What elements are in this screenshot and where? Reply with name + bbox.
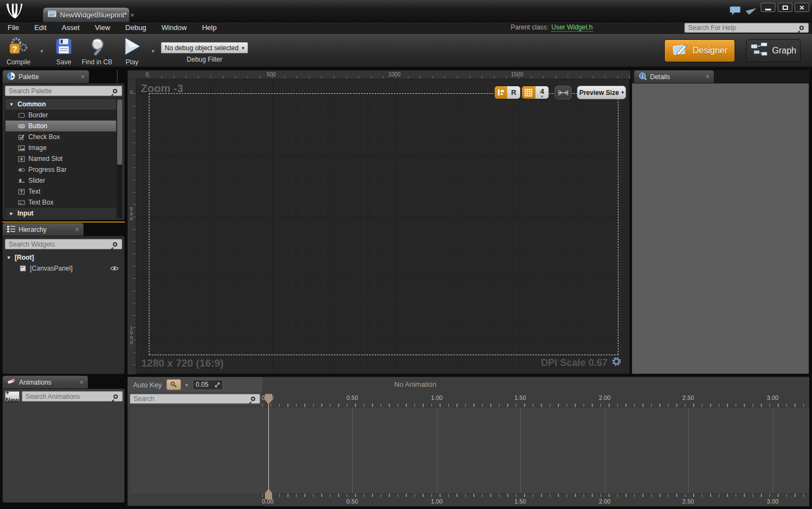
asset-tab[interactable]: NewWidgetBlueprint* × xyxy=(43,7,130,22)
maximize-button[interactable] xyxy=(778,3,792,12)
timeline-search-input[interactable] xyxy=(130,395,251,403)
send-icon[interactable] xyxy=(745,8,757,17)
compile-options-caret-icon[interactable]: ▾ xyxy=(40,48,43,54)
palette-tab[interactable]: Palette × xyxy=(2,70,89,83)
palette-item-border[interactable]: Border xyxy=(5,110,116,121)
new-animation-button[interactable]: + New xyxy=(5,391,20,402)
animations-search-input[interactable] xyxy=(22,393,113,400)
palette-item-text-box[interactable]: Text Box xyxy=(5,197,116,208)
minimize-button[interactable] xyxy=(761,3,775,12)
play-icon xyxy=(122,37,142,57)
designer-viewport[interactable]: 0 500 1000 1500 0 500 1000 Zoom -3 R 4 ▾ xyxy=(127,70,630,374)
menu-item-file[interactable]: File xyxy=(0,23,27,32)
timeline-search xyxy=(130,394,260,404)
key-interval-field[interactable]: 0.05 xyxy=(193,380,223,390)
timeline-track-area[interactable] xyxy=(130,408,809,493)
hierarchy-search xyxy=(5,239,122,249)
palette-item-check-box[interactable]: Check Box xyxy=(5,131,116,142)
details-tab-close-icon[interactable]: × xyxy=(706,73,709,81)
menu-item-view[interactable]: View xyxy=(87,23,118,32)
palette-item-slider[interactable]: Slider xyxy=(5,175,116,186)
palette-item-named-slot[interactable]: Named Slot xyxy=(5,153,116,164)
palette-panel: ▾ Common Border Button Check Box Image xyxy=(2,83,125,220)
key-icon xyxy=(170,381,177,388)
search-icon xyxy=(113,89,117,93)
palette-scrollbar[interactable] xyxy=(117,98,122,218)
compile-icon: ? xyxy=(8,37,29,57)
animations-tab[interactable]: Animations × xyxy=(2,375,88,388)
dpi-scale-label: DPI Scale 0.67 xyxy=(541,357,608,369)
grid-snap-icon[interactable] xyxy=(522,86,536,99)
chat-icon[interactable] xyxy=(730,6,741,18)
animations-tab-close-icon[interactable]: × xyxy=(80,379,83,386)
details-tab[interactable]: i Details × xyxy=(634,70,714,83)
debug-filter-select[interactable]: No debug object selected ▾ xyxy=(161,42,248,53)
palette-item-image[interactable]: Image xyxy=(5,142,116,153)
animations-search xyxy=(22,391,123,402)
grid-snap-size[interactable]: 4 ▾ xyxy=(536,86,549,99)
chevron-collapsed-icon: ▸ xyxy=(9,211,14,216)
respect-locks-button[interactable]: R xyxy=(507,86,520,99)
resize-fill-rule-button[interactable] xyxy=(555,86,572,99)
save-icon xyxy=(55,37,73,57)
playhead-line[interactable] xyxy=(268,399,269,496)
chevron-expanded-icon[interactable]: ▾ xyxy=(6,255,11,260)
grid-snap-toggle[interactable]: 4 ▾ xyxy=(521,86,549,99)
save-button[interactable]: Save xyxy=(55,37,73,66)
parent-class-link[interactable]: User Widget.h xyxy=(551,23,593,32)
palette-item-progress-bar[interactable]: Progress Bar xyxy=(5,164,116,175)
palette-search-input[interactable] xyxy=(5,87,113,95)
preview-screen-outline[interactable] xyxy=(149,93,618,355)
canvas-panel-icon xyxy=(19,265,27,272)
unreal-widget-blueprint-editor: NewWidgetBlueprint* × × File Edit Asset … xyxy=(0,0,812,509)
ruler-vertical: 0 500 1000 xyxy=(128,79,136,374)
hierarchy-tab[interactable]: Hierarchy × xyxy=(2,223,84,236)
help-search xyxy=(684,23,809,33)
timeline-ruler-top[interactable]: No Animation 0.00 0.50 1.00 1.50 2.00 2.… xyxy=(262,377,809,408)
hierarchy-canvaspanel-row[interactable]: [CanvasPanel] xyxy=(3,263,124,274)
find-in-cb-icon xyxy=(87,37,107,57)
details-panel-body xyxy=(631,83,809,374)
play-options-caret-icon[interactable]: ▾ xyxy=(152,48,154,54)
graph-mode-button[interactable]: Graph xyxy=(746,39,801,62)
dpi-settings-gear-icon[interactable] xyxy=(611,356,622,369)
tab-close-icon[interactable]: × xyxy=(130,11,135,19)
palette-item-button[interactable]: Button xyxy=(5,121,116,131)
visibility-eye-icon[interactable] xyxy=(110,266,119,271)
preview-size-caret-icon: ▾ xyxy=(622,90,624,95)
timeline-ruler-bottom[interactable]: 0.00 0.50 1.00 1.50 2.00 2.50 3.00 xyxy=(262,493,809,506)
find-in-cb-button[interactable]: Find in CB xyxy=(82,37,112,66)
play-button[interactable]: Play xyxy=(122,37,142,66)
drag-resize-icon xyxy=(215,382,220,387)
palette-item-text[interactable]: Text xyxy=(5,186,116,197)
auto-key-toggle-button[interactable] xyxy=(166,379,181,390)
palette-tab-close-icon[interactable]: × xyxy=(81,73,85,81)
resize-icon xyxy=(558,89,568,96)
timeline-search-row xyxy=(128,392,262,405)
menu-item-edit[interactable]: Edit xyxy=(27,23,54,32)
anchor-grid-toggle[interactable]: R xyxy=(494,86,521,99)
search-icon xyxy=(113,394,118,399)
palette-category-common[interactable]: ▾ Common xyxy=(5,99,116,110)
hierarchy-search-input[interactable] xyxy=(5,241,113,248)
button-widget-icon xyxy=(17,123,25,129)
hierarchy-tab-close-icon[interactable]: × xyxy=(75,226,79,233)
close-button[interactable]: × xyxy=(795,3,809,12)
title-bar: NewWidgetBlueprint* × × xyxy=(0,0,812,22)
preview-size-button[interactable]: Preview Size ▾ xyxy=(577,86,626,99)
palette-category-input[interactable]: ▸ Input xyxy=(5,208,116,219)
animations-icon xyxy=(7,378,16,386)
menu-item-help[interactable]: Help xyxy=(194,23,224,32)
auto-key-label: Auto Key xyxy=(133,381,162,389)
menu-item-window[interactable]: Window xyxy=(154,23,194,32)
menu-item-asset[interactable]: Asset xyxy=(54,23,87,32)
help-search-input[interactable] xyxy=(685,24,799,32)
palette-scrollbar-thumb[interactable] xyxy=(117,99,122,165)
compile-button[interactable]: ? Compile xyxy=(7,37,31,66)
anchor-toggle-icon[interactable] xyxy=(495,86,507,99)
palette-list: ▾ Common Border Button Check Box Image xyxy=(5,98,117,218)
auto-key-caret-icon[interactable]: ▾ xyxy=(185,382,188,388)
hierarchy-root-row[interactable]: ▾ [Root] xyxy=(3,252,124,263)
designer-mode-button[interactable]: Designer xyxy=(664,39,735,62)
menu-item-debug[interactable]: Debug xyxy=(118,23,154,32)
